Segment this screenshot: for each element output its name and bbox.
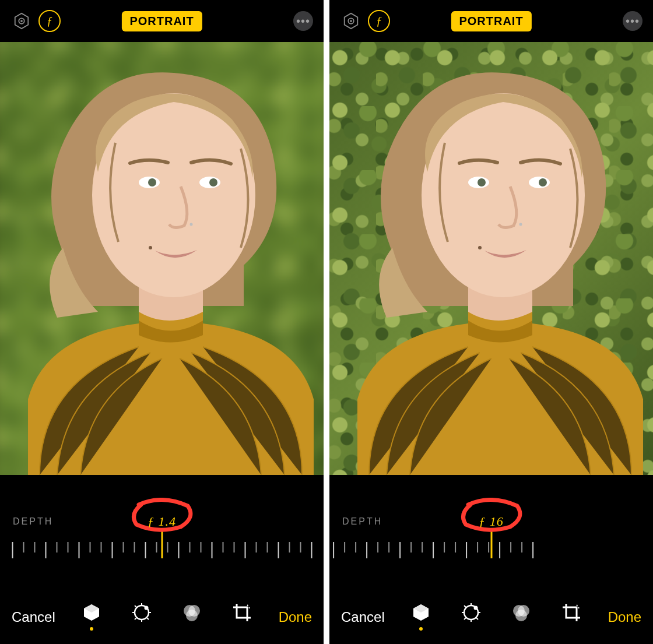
svg-line-20: [147, 618, 149, 620]
mode-badge[interactable]: PORTRAIT: [121, 11, 202, 31]
depth-value: ƒ 16: [479, 514, 504, 529]
svg-point-27: [350, 20, 352, 22]
aperture-f-icon[interactable]: ƒ: [38, 10, 61, 32]
svg-point-8: [209, 178, 217, 186]
lighting-hexagon-icon[interactable]: [340, 10, 362, 32]
svg-point-10: [149, 246, 152, 249]
editor-pane-left: ƒ PORTRAIT •••: [0, 0, 324, 644]
more-button[interactable]: •••: [293, 11, 313, 31]
top-bar: ƒ PORTRAIT •••: [329, 0, 653, 42]
svg-point-6: [148, 178, 156, 186]
photo-subject: [0, 55, 324, 475]
active-tool-dot: [90, 627, 93, 631]
svg-point-35: [478, 246, 482, 249]
adjust-tool-icon[interactable]: [459, 603, 483, 632]
depth-label: DEPTH: [13, 516, 53, 527]
depth-slider[interactable]: [329, 542, 653, 577]
toolbar-icons: [80, 603, 254, 632]
bottom-toolbar: Cancel Done: [329, 590, 653, 644]
filters-tool-icon[interactable]: [180, 603, 203, 632]
cancel-button[interactable]: Cancel: [341, 609, 385, 625]
depth-slider[interactable]: [0, 542, 324, 577]
filters-tool-icon[interactable]: [510, 603, 533, 632]
svg-point-24: [186, 610, 198, 621]
mode-badge[interactable]: PORTRAIT: [451, 11, 531, 31]
aperture-glyph: ƒ: [47, 15, 52, 28]
crop-tool-icon[interactable]: [230, 603, 254, 632]
side-by-side-container: ƒ PORTRAIT •••: [0, 0, 653, 644]
svg-point-9: [189, 223, 192, 226]
crop-tool-icon[interactable]: [560, 603, 583, 632]
portrait-lighting-tool-icon[interactable]: [409, 603, 433, 632]
editor-pane-right: ƒ PORTRAIT •••: [329, 0, 653, 644]
done-button[interactable]: Done: [279, 609, 312, 625]
svg-line-44: [464, 606, 466, 607]
more-button[interactable]: •••: [623, 11, 643, 31]
svg-point-14: [145, 606, 149, 610]
bottom-toolbar: Cancel Done: [0, 590, 324, 644]
photo-preview[interactable]: [329, 42, 653, 475]
photo-subject: [329, 55, 653, 475]
done-button[interactable]: Done: [608, 609, 641, 625]
active-tool-dot: [419, 627, 423, 631]
toolbar-icons: [409, 603, 583, 632]
svg-line-19: [135, 606, 136, 607]
depth-label: DEPTH: [342, 516, 382, 527]
svg-line-46: [464, 618, 466, 620]
slider-ticks: [329, 542, 533, 569]
svg-point-31: [478, 178, 486, 186]
top-left-controls: ƒ: [340, 10, 390, 32]
lighting-hexagon-icon[interactable]: [10, 10, 33, 32]
aperture-glyph: ƒ: [376, 15, 382, 28]
top-bar: ƒ PORTRAIT •••: [0, 0, 324, 42]
svg-line-45: [476, 618, 478, 620]
top-left-controls: ƒ: [10, 10, 61, 32]
svg-point-34: [519, 223, 522, 226]
svg-point-49: [515, 610, 527, 621]
aperture-f-icon[interactable]: ƒ: [368, 10, 390, 32]
adjust-tool-icon[interactable]: [130, 603, 153, 632]
cancel-button[interactable]: Cancel: [12, 609, 55, 625]
slider-ticks: [12, 542, 312, 569]
svg-point-33: [539, 178, 547, 186]
svg-line-21: [135, 618, 136, 620]
svg-point-2: [20, 20, 23, 22]
svg-point-39: [474, 606, 478, 610]
depth-value: ƒ 1.4: [148, 514, 176, 529]
portrait-lighting-tool-icon[interactable]: [80, 603, 103, 632]
photo-preview[interactable]: [0, 42, 324, 475]
